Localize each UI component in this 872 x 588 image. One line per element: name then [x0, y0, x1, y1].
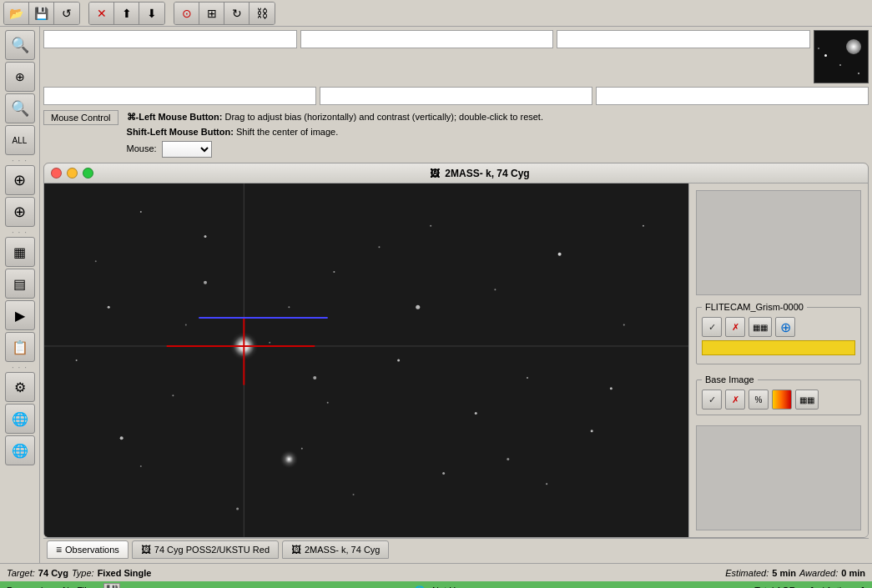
- cmd-key-label: ⌘-Left Mouse Button:: [127, 112, 223, 122]
- status-bar: Target: 74 Cyg Type: Fixed Single Estima…: [0, 563, 872, 581]
- arrow-right-button[interactable]: ▶: [5, 300, 35, 330]
- minimize-button[interactable]: [67, 168, 78, 178]
- svg-point-10: [172, 395, 174, 396]
- mouse-control-shift: Shift-Left Mouse Button: Shift the cente…: [127, 125, 869, 140]
- svg-point-37: [313, 376, 316, 379]
- book-button[interactable]: 📋: [5, 332, 35, 362]
- flitecam-yellow-strip: [702, 340, 855, 355]
- mouse-dropdown[interactable]: [162, 141, 212, 158]
- base-image-group: Base Image ✓ ✗ % ▦▦: [696, 374, 861, 415]
- chain-button[interactable]: ⛓: [250, 3, 275, 24]
- crosshair-button[interactable]: ⊕: [5, 165, 35, 195]
- input-field-3[interactable]: [557, 30, 810, 48]
- zoom-in-button[interactable]: 🔍: [5, 30, 35, 60]
- flitecam-controls: ✓ ✗ ▦▦ ⊕: [702, 317, 855, 337]
- globe1-button[interactable]: 🌐: [5, 404, 35, 434]
- window-titlebar: 🖼 2MASS- k, 74 Cyg: [44, 163, 868, 183]
- grid-view-button[interactable]: ▦: [5, 237, 35, 267]
- tab-2mass[interactable]: 🖼 2MASS- k, 74 Cyg: [282, 540, 389, 559]
- flitecam-x-button[interactable]: ✗: [725, 317, 745, 337]
- svg-point-6: [108, 306, 110, 309]
- svg-point-28: [327, 402, 329, 404]
- mouse-control-content: ⌘-Left Mouse Button: Drag to adjust bias…: [127, 110, 869, 158]
- svg-point-23: [95, 260, 97, 262]
- svg-point-21: [378, 246, 380, 248]
- aor-toolbar-group: ✕ ⬆ ⬇: [88, 2, 165, 25]
- estimated-label: Estimated:: [725, 568, 769, 578]
- input-field-6[interactable]: [596, 87, 869, 105]
- map-view-button[interactable]: ▤: [5, 269, 35, 299]
- zoom-out-button[interactable]: 🔍: [5, 93, 35, 123]
- tab-observations[interactable]: ≡ Observations: [47, 540, 129, 559]
- aor-up-button[interactable]: ⬆: [114, 3, 139, 24]
- svg-point-2: [204, 235, 207, 238]
- base-check-button[interactable]: ✓: [702, 389, 722, 410]
- maximize-button[interactable]: [83, 168, 93, 178]
- svg-point-36: [120, 436, 123, 440]
- mouse-row: Mouse:: [127, 141, 869, 158]
- flitecam-grid-button[interactable]: ▦▦: [749, 317, 772, 337]
- reload-button[interactable]: ↺: [54, 3, 79, 24]
- svg-point-17: [76, 359, 78, 361]
- view-toolbar-group: ⊙ ⊞ ↻ ⛓: [174, 2, 275, 25]
- globe2-button[interactable]: 🌐: [5, 435, 35, 465]
- svg-point-15: [442, 472, 445, 475]
- base-color-button[interactable]: [772, 389, 792, 410]
- top-section: [43, 30, 869, 105]
- spin-button[interactable]: ↻: [224, 3, 250, 24]
- svg-point-26: [185, 324, 187, 326]
- main-toolbar: 📂 💾 ↺ ✕ ⬆ ⬇ ⊙ ⊞ ↻ ⛓: [0, 0, 872, 27]
- svg-point-14: [140, 465, 142, 467]
- mouse-control-label: Mouse Control: [43, 110, 118, 125]
- target2-button[interactable]: ⊕: [5, 197, 35, 227]
- svg-point-9: [397, 359, 400, 362]
- zoom-fit-button[interactable]: ⊕: [5, 62, 35, 92]
- star-field-image[interactable]: [44, 183, 688, 537]
- preview-inputs: [43, 30, 869, 105]
- save-button[interactable]: 💾: [29, 3, 54, 24]
- observations-tab-label: Observations: [65, 545, 119, 555]
- svg-point-25: [288, 307, 290, 309]
- bottom-save-button[interactable]: 💾: [103, 583, 120, 588]
- tab-poss2[interactable]: 🖼 74 Cyg POSS2/UKSTU Red: [132, 540, 279, 559]
- svg-point-24: [643, 225, 644, 227]
- svg-point-19: [236, 508, 239, 510]
- base-x-button[interactable]: ✗: [725, 389, 745, 410]
- 2mass-tab-icon: 🖼: [291, 544, 301, 555]
- aor-down-button[interactable]: ⬇: [139, 3, 164, 24]
- star-field-svg: [44, 183, 688, 537]
- open-button[interactable]: 📂: [4, 3, 29, 24]
- base-grid-button[interactable]: ▦▦: [795, 389, 819, 410]
- target-button[interactable]: ✕: [89, 3, 114, 24]
- zoom-all-button[interactable]: ALL: [5, 125, 35, 155]
- window-icon: 🖼: [430, 168, 440, 179]
- svg-point-18: [353, 494, 355, 495]
- flitecam-plus-button[interactable]: ⊕: [775, 317, 795, 337]
- mouse-control-section: Mouse Control ⌘-Left Mouse Button: Drag …: [43, 110, 869, 158]
- empty-panel-bottom: [696, 425, 861, 530]
- grid-button[interactable]: ⊞: [199, 3, 224, 24]
- flitecam-check-button[interactable]: ✓: [702, 317, 722, 337]
- empty-panel-top: [696, 190, 861, 295]
- input-field-2[interactable]: [300, 30, 554, 48]
- input-field-4[interactable]: [43, 87, 316, 105]
- window-title-text: 2MASS- k, 74 Cyg: [445, 168, 529, 179]
- preview-thumbnail: [814, 30, 869, 83]
- settings-button[interactable]: ⚙: [5, 372, 35, 402]
- svg-point-3: [430, 225, 431, 227]
- circle-button[interactable]: ⊙: [174, 3, 199, 24]
- controls-panel: FLITECAM_Grism-0000 ✓ ✗ ▦▦ ⊕ Base Image …: [688, 183, 868, 537]
- awarded-label: Awarded:: [799, 568, 838, 578]
- input-field-1[interactable]: [43, 30, 297, 48]
- bottom-bar: Proposal – <No File> 💾 🌐 Net Up Total AO…: [0, 581, 872, 588]
- thumb-star-2: [839, 64, 841, 66]
- mouse-label: Mouse:: [127, 142, 157, 157]
- svg-point-8: [269, 342, 270, 344]
- close-button[interactable]: [51, 168, 62, 178]
- type-value: Fixed Single: [98, 568, 152, 578]
- target-label: Target:: [7, 568, 35, 578]
- input-field-5[interactable]: [320, 87, 592, 105]
- svg-point-27: [610, 387, 612, 389]
- flitecam-legend: FLITECAM_Grism-0000: [702, 302, 807, 312]
- base-pct-button[interactable]: %: [749, 389, 769, 410]
